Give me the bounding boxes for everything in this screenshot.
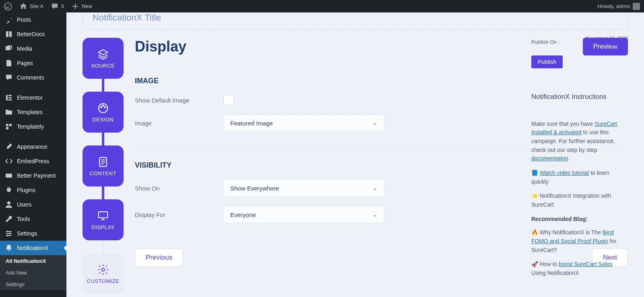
embed-icon (5, 157, 13, 165)
wrench-icon (5, 215, 13, 223)
menu-tools[interactable]: Tools (0, 212, 66, 226)
select-showon[interactable]: Show Everywhere ⌄ (223, 179, 384, 197)
svg-rect-5 (6, 124, 8, 126)
plug-icon (5, 186, 13, 194)
brush-icon (5, 143, 13, 151)
wp-admin-bar: Site A 0 New Howdy, admin (0, 0, 644, 12)
user-icon (5, 201, 13, 209)
svg-rect-18 (99, 212, 108, 218)
submenu-addnew[interactable]: Add New (0, 267, 66, 279)
text: Make sure that you have (531, 121, 594, 127)
menu-users[interactable]: Users (0, 197, 66, 212)
chevron-down-icon: ⌄ (372, 119, 378, 127)
menu-label: Templates (17, 109, 43, 115)
svg-point-12 (7, 235, 8, 236)
step-source[interactable]: SOURCE (83, 38, 124, 79)
menu-betterpayment[interactable]: Better Payment (0, 168, 66, 183)
submenu-all[interactable]: All NotificationX (0, 255, 66, 267)
publish-button[interactable]: Publish (531, 55, 563, 68)
previous-button[interactable]: Previous (135, 248, 183, 267)
field-label-defaultimg: Show Default Image (135, 97, 207, 104)
link-documentation[interactable]: documentation (531, 155, 568, 162)
menu-label: Templately (17, 123, 44, 130)
menu-settings[interactable]: Settings (0, 226, 66, 241)
menu-label: Tools (17, 216, 30, 222)
menu-embedpress[interactable]: EmbedPress (0, 154, 66, 168)
step-rail: SOURCE DESIGN CONTENT DISPLAY CUSTOMIZE (83, 38, 124, 294)
menu-notificationx[interactable]: NotificationX (0, 241, 66, 255)
comment-icon (5, 74, 13, 82)
select-value: Everyone (230, 211, 256, 218)
menu-label: Posts (17, 16, 31, 23)
right-sidebar: Publish On : November 19, 20234:07 pm Pu… (531, 12, 628, 283)
gear-icon (97, 264, 109, 276)
publish-on-label: Publish On : (531, 39, 560, 45)
menu-comments[interactable]: Comments (0, 70, 66, 85)
menu-templately[interactable]: Templately (0, 119, 66, 134)
step-label: CONTENT (90, 170, 116, 176)
comment-count: 0 (61, 3, 64, 9)
menu-label: Plugins (17, 187, 35, 193)
wp-logo[interactable] (4, 2, 12, 10)
text: 🚀 How to (531, 261, 559, 267)
text: 🔥 Why NotificationX is The (531, 229, 603, 236)
select-value: Featured Image (230, 120, 273, 127)
step-content[interactable]: CONTENT (83, 145, 124, 186)
instructions-widget: NotificationX Instructions Make sure tha… (531, 92, 628, 278)
svg-point-10 (7, 231, 8, 232)
link-blog2[interactable]: boost SureCart Sales (559, 261, 612, 267)
step-design[interactable]: DESIGN (83, 92, 124, 133)
checkbox-defaultimg[interactable] (223, 95, 234, 105)
menu-posts[interactable]: Posts (0, 12, 66, 27)
text: Using NotificationX (531, 270, 579, 276)
menu-label: Pages (17, 60, 33, 66)
folder-icon (5, 108, 13, 116)
menu-pages[interactable]: Pages (0, 56, 66, 70)
sliders-icon (5, 229, 13, 238)
svg-point-15 (103, 105, 104, 106)
select-displayfor[interactable]: Everyone ⌄ (223, 206, 384, 223)
svg-point-14 (101, 107, 102, 108)
svg-point-9 (7, 201, 10, 205)
main-content: NotificationX Title SOURCE DESIGN CONTEN… (66, 12, 644, 297)
step-label: DISPLAY (91, 224, 114, 230)
menu-label: Media (17, 45, 32, 52)
menu-templates[interactable]: Templates (0, 105, 66, 119)
field-label-displayfor: Display For (135, 211, 207, 218)
menu-betterdocs[interactable]: BetterDocs (0, 27, 66, 41)
panel-title: Display (135, 38, 186, 55)
howdy-link[interactable]: Howdy, admin (598, 3, 640, 10)
menu-label: Better Payment (17, 172, 56, 179)
howdy-text: Howdy, admin (598, 3, 630, 9)
site-name: Site A (30, 3, 43, 9)
link-video[interactable]: Watch video tutorial (540, 170, 589, 176)
layers-icon (97, 48, 109, 60)
avatar (633, 3, 640, 10)
new-link[interactable]: New (71, 2, 92, 10)
menu-label: Elementor (17, 94, 43, 101)
menu-appearance[interactable]: Appearance (0, 139, 66, 154)
menu-label: Settings (17, 230, 37, 237)
title-placeholder: NotificationX Title (93, 12, 161, 23)
monitor-icon (97, 210, 109, 222)
field-label-image: Image (135, 120, 207, 127)
site-link[interactable]: Site A (19, 2, 43, 10)
bell-icon (5, 244, 13, 252)
step-display[interactable]: DISPLAY (83, 199, 124, 240)
comments-link[interactable]: 0 (51, 2, 64, 10)
menu-plugins[interactable]: Plugins (0, 183, 66, 197)
step-customize[interactable]: CUSTOMIZE (83, 253, 124, 294)
widget-title: NotificationX Instructions (531, 92, 628, 110)
submenu-settings[interactable]: Settings (0, 279, 66, 290)
select-image[interactable]: Featured Image ⌄ (223, 114, 384, 132)
menu-media[interactable]: Media (0, 41, 66, 56)
svg-rect-8 (6, 174, 12, 178)
step-label: SOURCE (91, 63, 115, 69)
menu-label: EmbedPress (17, 158, 49, 164)
text: 📘 (531, 170, 540, 176)
doc-icon (97, 156, 109, 168)
field-label-showon: Show On (135, 185, 207, 192)
elementor-icon (5, 94, 13, 102)
menu-elementor[interactable]: Elementor (0, 90, 66, 105)
step-label: CUSTOMIZE (87, 278, 120, 284)
